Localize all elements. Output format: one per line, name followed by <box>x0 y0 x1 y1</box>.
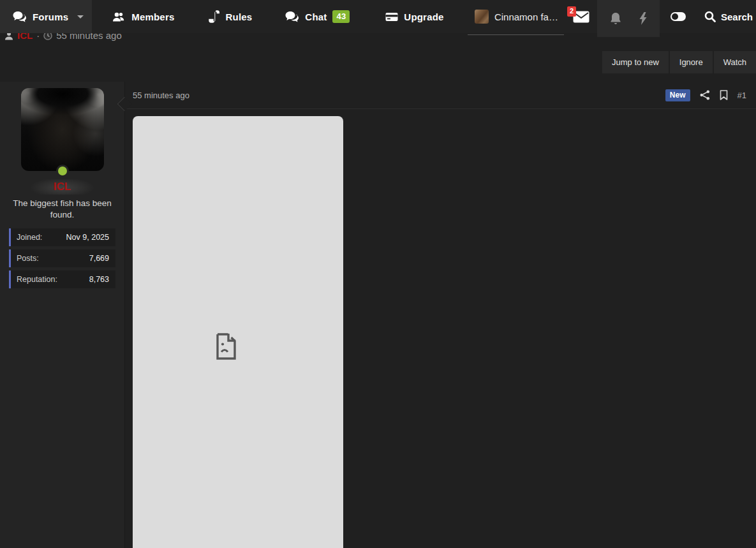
new-post-badge: New <box>665 89 690 101</box>
chat-count-badge: 43 <box>332 10 350 23</box>
thread-actions: Jump to new Ignore Watch <box>602 51 756 73</box>
stat-row-reputation: Reputation: 8,763 <box>9 270 115 288</box>
broken-image-icon <box>213 332 239 364</box>
watch-button[interactable]: Watch <box>714 51 756 73</box>
post-header-right: New #1 <box>665 89 746 101</box>
account-name: Cinnamon fa… <box>494 11 558 22</box>
alert-panel <box>597 0 660 37</box>
toggle-switch-icon <box>671 12 686 21</box>
post-number-link[interactable]: #1 <box>737 91 746 100</box>
online-status-dot <box>56 165 69 177</box>
nav-item-label: Upgrade <box>404 11 443 22</box>
nav-item-rules[interactable]: Rules <box>198 0 263 33</box>
bookmark-icon[interactable] <box>720 90 728 100</box>
broken-image-placeholder <box>133 116 343 548</box>
stat-value: Nov 9, 2025 <box>66 233 109 242</box>
user-stats: Joined: Nov 9, 2025 Posts: 7,669 Reputat… <box>9 228 115 288</box>
stat-value: 8,763 <box>89 275 109 284</box>
nav-item-label: Rules <box>225 11 252 22</box>
inbox-button[interactable]: 2 <box>567 0 597 33</box>
user-tagline: The biggest fish has been found. <box>8 198 117 220</box>
username-link[interactable]: ICL <box>0 181 124 193</box>
nav-item-forums[interactable]: Forums <box>0 0 92 33</box>
forum-thread-page: ICL · 55 minutes ago Forums <box>0 0 756 548</box>
stat-label: Posts: <box>17 254 39 263</box>
stat-label: Reputation: <box>17 275 57 284</box>
rules-icon <box>209 10 219 23</box>
jump-to-new-button[interactable]: Jump to new <box>602 51 669 73</box>
search-label: Search <box>721 11 753 22</box>
navbar-right: Cinnamon fa… 2 <box>466 0 756 37</box>
nav-item-chat[interactable]: Chat 43 <box>274 0 360 33</box>
chat-icon <box>285 11 299 22</box>
forums-icon <box>13 11 27 22</box>
nav-item-upgrade[interactable]: Upgrade <box>374 0 454 33</box>
theme-toggle[interactable] <box>660 0 697 33</box>
stat-row-joined: Joined: Nov 9, 2025 <box>9 228 115 246</box>
search-icon <box>704 11 716 22</box>
upgrade-icon <box>385 12 398 22</box>
post-header: 55 minutes ago New #1 <box>125 82 756 109</box>
nav-item-members[interactable]: Members <box>101 0 185 33</box>
inbox-count-badge: 2 <box>567 6 576 17</box>
stat-row-posts: Posts: 7,669 <box>9 249 115 267</box>
nav-item-label: Members <box>131 11 174 22</box>
share-icon[interactable] <box>700 90 710 100</box>
members-icon <box>112 12 126 22</box>
lightning-bolt-icon[interactable] <box>639 12 647 25</box>
nav-item-label: Forums <box>33 11 68 22</box>
nav-item-label: Chat <box>305 11 327 22</box>
account-menu[interactable]: Cinnamon fa… <box>466 0 567 33</box>
top-navbar: Forums Members Rules <box>0 0 756 33</box>
ignore-button[interactable]: Ignore <box>670 51 713 73</box>
bell-icon[interactable] <box>610 12 621 25</box>
search-button[interactable]: Search <box>697 0 756 33</box>
post-block: 55 minutes ago New #1 <box>125 82 756 548</box>
post-timestamp-link[interactable]: 55 minutes ago <box>133 91 189 100</box>
account-avatar <box>475 10 489 24</box>
post-user-sidebar: ICL The biggest fish has been found. Joi… <box>0 82 125 548</box>
user-avatar[interactable] <box>21 88 104 171</box>
username-glow: ICL <box>0 179 124 195</box>
stat-value: 7,669 <box>89 254 109 263</box>
chevron-down-icon <box>77 15 84 19</box>
stat-label: Joined: <box>17 233 42 242</box>
